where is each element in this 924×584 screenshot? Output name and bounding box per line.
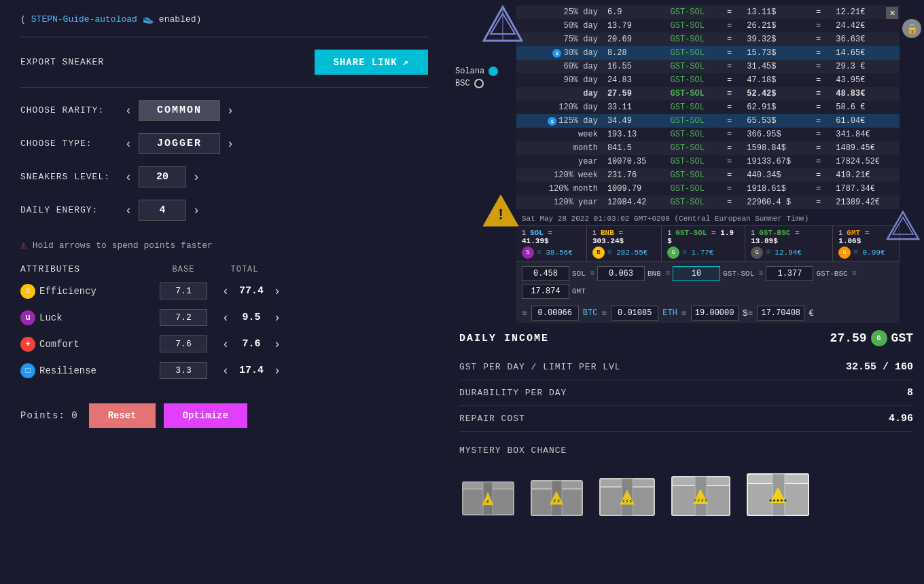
type-row: CHOOSE TYPE: ‹ JOGGER › — [20, 133, 428, 154]
efficiency-icon: ≡ — [20, 284, 35, 299]
bsc-chain-item: BSC — [455, 79, 498, 88]
attr-row-comfort: + Comfort ‹ 7.6 › — [20, 335, 428, 352]
gmt-usd: 1 GMT = 1.06$ — [838, 229, 893, 245]
gst-bsc-eur-val: = 12.94€ — [766, 249, 802, 257]
conv-eq2: = — [601, 308, 607, 318]
points-label: Points: 0 — [20, 410, 78, 421]
conv-eur-sign: € — [808, 308, 814, 318]
optimize-button[interactable]: Optimize — [164, 403, 247, 428]
top-bar: ( STEPN-Guide-autoload 👟 enabled) — [20, 14, 428, 24]
divider-1 — [20, 37, 428, 37]
mystery-title: MYSTERY BOX CHANCE — [459, 445, 913, 456]
box-1-svg: ⚡ — [459, 473, 517, 517]
efficiency-decrease-button[interactable]: ‹ — [221, 284, 230, 298]
box-5-svg: ★★★★★ — [744, 462, 812, 517]
bnb-usd-val: 303.24$ — [592, 237, 624, 245]
efficiency-increase-button[interactable]: › — [272, 284, 282, 298]
bsc-label: BSC — [455, 79, 470, 88]
gst-sol-usd: 1 GST-SOL = 1.9 $ — [667, 229, 739, 245]
sol-usd: 1 SOL = 41.39$ — [522, 229, 581, 245]
energy-value: 4 — [139, 200, 186, 221]
converter-row-2: = BTC = ETH = $= € — [516, 303, 900, 323]
energy-next-button[interactable]: › — [192, 203, 201, 217]
sol-input-wrap — [522, 266, 569, 281]
comfort-increase-button[interactable]: › — [272, 337, 282, 351]
comfort-label: Comfort — [39, 339, 79, 350]
income-section: DAILY INCOME 27.59 G GST GST PER DAY / L… — [448, 323, 924, 439]
luck-label: Luck — [39, 312, 63, 323]
efficiency-stepper: ‹ 77.4 › — [211, 284, 292, 298]
level-next-button[interactable]: › — [192, 170, 201, 184]
svg-text:⚡: ⚡ — [486, 498, 490, 506]
price-row: 1 SOL = 41.39$ S = 38.56€ 1 BNB = 303.24… — [516, 225, 900, 262]
type-value: JOGGER — [139, 133, 220, 154]
gst-bsc-coin-icon: G — [751, 247, 763, 259]
luck-decrease-button[interactable]: ‹ — [221, 310, 230, 325]
btc-converter-input[interactable] — [611, 306, 658, 321]
level-prev-button[interactable]: ‹ — [124, 170, 133, 184]
bnb-conv-label: BNB = — [647, 270, 670, 278]
comfort-base-input[interactable] — [160, 335, 207, 352]
rarity-prev-button[interactable]: ‹ — [124, 103, 133, 117]
close-table-button[interactable]: ✕ — [886, 7, 898, 19]
comfort-decrease-button[interactable]: ‹ — [221, 337, 230, 351]
gmt-input-wrap — [522, 284, 569, 299]
btc-equiv-input[interactable] — [531, 306, 579, 321]
bnb-converter-input[interactable] — [597, 266, 645, 281]
btc-input-wrap — [611, 306, 658, 321]
resilience-icon: □ — [20, 363, 35, 378]
attr-base-col: BASE — [156, 265, 211, 274]
bsc-radio[interactable] — [474, 79, 484, 88]
share-link-button[interactable]: SHARE LINK ↗ — [315, 50, 428, 75]
open-paren: ( — [20, 14, 26, 24]
calc-table: 25% day 6.9 GST-SOL = 13.11$ = 12.21€ 50… — [516, 5, 900, 209]
lock-icon: 🔒 — [902, 19, 921, 38]
energy-label: DAILY ENERGY: — [20, 205, 116, 215]
pyramid-left-icon — [482, 5, 523, 45]
sol-usd-val: 41.39$ — [522, 237, 549, 245]
efficiency-total: 77.4 — [234, 285, 268, 297]
income-value-display: 27.59 G GST — [830, 330, 913, 346]
type-selector: ‹ JOGGER › — [124, 133, 235, 154]
attr-total-col: TOTAL — [211, 265, 279, 274]
bnb-eur-val: = 282.55€ — [607, 249, 647, 257]
autoload-link[interactable]: STEPN-Guide-autoload — [31, 14, 137, 24]
eth-converter-input[interactable] — [691, 306, 739, 321]
income-number: 27.59 — [830, 331, 867, 345]
mystery-box-2: ⚡⚡ — [528, 471, 586, 517]
luck-base-input[interactable] — [160, 309, 207, 326]
efficiency-base-input[interactable] — [160, 282, 207, 299]
eth-link[interactable]: ETH — [662, 308, 677, 318]
share-label: SHARE LINK — [334, 57, 397, 68]
gmt-converter-input[interactable] — [522, 284, 569, 299]
level-label: SNEAKERS LEVEL: — [20, 172, 116, 182]
sol-price-cell: 1 SOL = 41.39$ S = 38.56€ — [516, 226, 587, 261]
btc-link[interactable]: BTC — [583, 308, 598, 318]
energy-prev-button[interactable]: ‹ — [124, 203, 133, 217]
luck-increase-button[interactable]: › — [272, 310, 282, 325]
gst-bsc-converter-input[interactable] — [766, 266, 813, 281]
resilience-increase-button[interactable]: › — [272, 363, 282, 378]
attr-name-resilience: □ Resiliense — [20, 363, 156, 378]
gst-sol-converter-input[interactable] — [673, 266, 720, 281]
bnb-input-wrap — [597, 266, 645, 281]
reset-button[interactable]: Reset — [89, 403, 156, 428]
income-header: DAILY INCOME 27.59 G GST — [459, 330, 913, 346]
resilience-base-input[interactable] — [160, 362, 207, 379]
type-label: CHOOSE TYPE: — [20, 139, 116, 149]
type-next-button[interactable]: › — [226, 136, 235, 151]
usd-converter-input[interactable] — [757, 306, 804, 321]
rarity-next-button[interactable]: › — [226, 103, 235, 117]
timestamp-text: Sat May 28 2022 01:03:02 GMT+0200 (Centr… — [522, 215, 808, 223]
type-prev-button[interactable]: ‹ — [124, 136, 133, 151]
efficiency-label: Efficiency — [39, 286, 96, 297]
svg-text:⚡⚡⚡: ⚡⚡⚡ — [622, 498, 633, 505]
sol-converter-input[interactable] — [522, 266, 569, 281]
svg-text:⚡⚡⚡⚡: ⚡⚡⚡⚡ — [693, 498, 708, 505]
resilience-decrease-button[interactable]: ‹ — [221, 363, 230, 378]
solana-radio[interactable] — [488, 67, 498, 76]
svg-text:★★★★★: ★★★★★ — [768, 497, 787, 504]
gst-per-day-row: GST PER DAY / LIMIT PER LVL 32.55 / 160 — [459, 354, 913, 380]
attributes-section: ATTRIBUTES BASE TOTAL ≡ Efficiency ‹ 77.… — [20, 264, 428, 388]
attr-row-luck: u Luck ‹ 9.5 › — [20, 309, 428, 326]
